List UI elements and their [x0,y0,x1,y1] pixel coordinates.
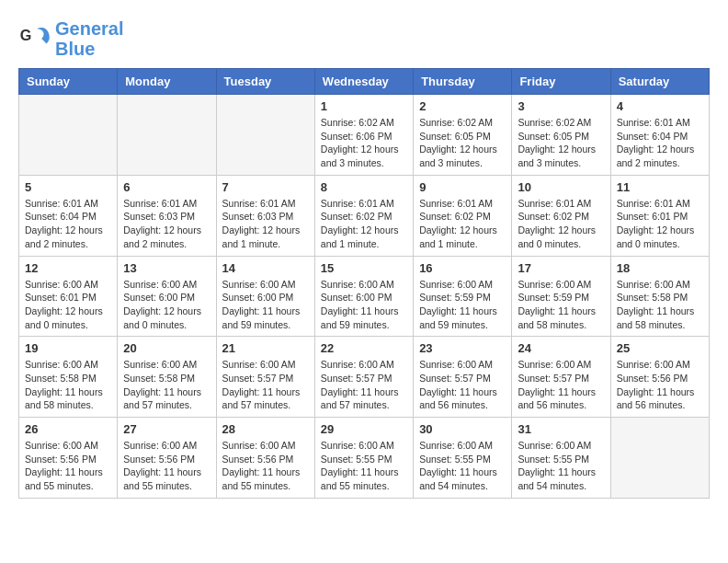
day-info: Sunrise: 6:00 AM Sunset: 5:56 PM Dayligh… [25,439,111,493]
day-number: 9 [419,180,506,194]
svg-text:G: G [20,27,32,43]
day-number: 7 [222,180,309,194]
logo-icon: G [18,22,51,55]
day-info: Sunrise: 6:01 AM Sunset: 6:04 PM Dayligh… [25,197,111,251]
week-row-5: 26Sunrise: 6:00 AM Sunset: 5:56 PM Dayli… [19,418,710,499]
day-number: 31 [518,422,604,436]
day-cell: 4Sunrise: 6:01 AM Sunset: 6:04 PM Daylig… [610,95,709,176]
day-info: Sunrise: 6:02 AM Sunset: 6:05 PM Dayligh… [419,116,506,170]
day-cell: 21Sunrise: 6:00 AM Sunset: 5:57 PM Dayli… [216,337,314,418]
page-header: G GeneralBlue [18,18,710,59]
day-number: 8 [321,180,407,194]
day-info: Sunrise: 6:00 AM Sunset: 5:57 PM Dayligh… [321,358,407,412]
day-number: 1 [321,99,407,113]
day-cell: 23Sunrise: 6:00 AM Sunset: 5:57 PM Dayli… [414,337,512,418]
day-info: Sunrise: 6:02 AM Sunset: 6:05 PM Dayligh… [518,116,604,170]
day-cell: 28Sunrise: 6:00 AM Sunset: 5:56 PM Dayli… [216,418,314,499]
day-number: 27 [123,422,210,436]
week-row-2: 5Sunrise: 6:01 AM Sunset: 6:04 PM Daylig… [19,175,710,256]
day-number: 14 [222,261,309,275]
day-number: 20 [123,341,210,355]
day-cell: 2Sunrise: 6:02 AM Sunset: 6:05 PM Daylig… [414,95,512,176]
day-cell: 12Sunrise: 6:00 AM Sunset: 6:01 PM Dayli… [19,256,118,337]
day-info: Sunrise: 6:00 AM Sunset: 5:58 PM Dayligh… [25,358,111,412]
day-cell: 13Sunrise: 6:00 AM Sunset: 6:00 PM Dayli… [118,256,216,337]
day-cell: 8Sunrise: 6:01 AM Sunset: 6:02 PM Daylig… [314,175,413,256]
col-header-thursday: Thursday [414,69,512,95]
day-cell: 6Sunrise: 6:01 AM Sunset: 6:03 PM Daylig… [118,175,216,256]
day-cell: 25Sunrise: 6:00 AM Sunset: 5:56 PM Dayli… [610,337,709,418]
day-number: 29 [321,422,407,436]
day-number: 4 [617,99,703,113]
day-info: Sunrise: 6:01 AM Sunset: 6:02 PM Dayligh… [321,197,407,251]
day-cell: 15Sunrise: 6:00 AM Sunset: 6:00 PM Dayli… [314,256,413,337]
day-cell [19,95,118,176]
week-row-1: 1Sunrise: 6:02 AM Sunset: 6:06 PM Daylig… [19,95,710,176]
day-number: 18 [617,261,703,275]
day-cell: 1Sunrise: 6:02 AM Sunset: 6:06 PM Daylig… [314,95,413,176]
day-info: Sunrise: 6:01 AM Sunset: 6:03 PM Dayligh… [123,197,210,251]
day-cell: 20Sunrise: 6:00 AM Sunset: 5:58 PM Dayli… [118,337,216,418]
day-cell: 16Sunrise: 6:00 AM Sunset: 5:59 PM Dayli… [414,256,512,337]
day-cell: 29Sunrise: 6:00 AM Sunset: 5:55 PM Dayli… [314,418,413,499]
day-info: Sunrise: 6:00 AM Sunset: 5:57 PM Dayligh… [222,358,309,412]
day-number: 30 [419,422,506,436]
day-number: 5 [25,180,111,194]
day-info: Sunrise: 6:00 AM Sunset: 5:55 PM Dayligh… [419,439,506,493]
day-info: Sunrise: 6:01 AM Sunset: 6:02 PM Dayligh… [518,197,604,251]
day-info: Sunrise: 6:00 AM Sunset: 5:56 PM Dayligh… [617,358,703,412]
day-cell: 7Sunrise: 6:01 AM Sunset: 6:03 PM Daylig… [216,175,314,256]
day-cell: 19Sunrise: 6:00 AM Sunset: 5:58 PM Dayli… [19,337,118,418]
week-row-3: 12Sunrise: 6:00 AM Sunset: 6:01 PM Dayli… [19,256,710,337]
day-cell: 9Sunrise: 6:01 AM Sunset: 6:02 PM Daylig… [414,175,512,256]
day-cell: 30Sunrise: 6:00 AM Sunset: 5:55 PM Dayli… [414,418,512,499]
day-info: Sunrise: 6:01 AM Sunset: 6:02 PM Dayligh… [419,197,506,251]
day-info: Sunrise: 6:00 AM Sunset: 6:00 PM Dayligh… [321,278,407,332]
day-number: 16 [419,261,506,275]
day-info: Sunrise: 6:00 AM Sunset: 5:58 PM Dayligh… [123,358,210,412]
day-info: Sunrise: 6:02 AM Sunset: 6:06 PM Dayligh… [321,116,407,170]
day-number: 25 [617,341,703,355]
col-header-friday: Friday [512,69,610,95]
day-cell: 27Sunrise: 6:00 AM Sunset: 5:56 PM Dayli… [118,418,216,499]
day-number: 24 [518,341,604,355]
week-row-4: 19Sunrise: 6:00 AM Sunset: 5:58 PM Dayli… [19,337,710,418]
day-cell: 31Sunrise: 6:00 AM Sunset: 5:55 PM Dayli… [512,418,610,499]
col-header-sunday: Sunday [19,69,118,95]
day-cell: 3Sunrise: 6:02 AM Sunset: 6:05 PM Daylig… [512,95,610,176]
col-header-tuesday: Tuesday [216,69,314,95]
day-cell [610,418,709,499]
day-cell: 18Sunrise: 6:00 AM Sunset: 5:58 PM Dayli… [610,256,709,337]
day-info: Sunrise: 6:00 AM Sunset: 6:00 PM Dayligh… [222,278,309,332]
day-number: 6 [123,180,210,194]
day-info: Sunrise: 6:01 AM Sunset: 6:03 PM Dayligh… [222,197,309,251]
day-cell: 14Sunrise: 6:00 AM Sunset: 6:00 PM Dayli… [216,256,314,337]
day-info: Sunrise: 6:00 AM Sunset: 5:55 PM Dayligh… [321,439,407,493]
day-number: 12 [25,261,111,275]
day-info: Sunrise: 6:00 AM Sunset: 5:57 PM Dayligh… [518,358,604,412]
day-number: 21 [222,341,309,355]
day-info: Sunrise: 6:00 AM Sunset: 5:55 PM Dayligh… [518,439,604,493]
day-info: Sunrise: 6:00 AM Sunset: 5:57 PM Dayligh… [419,358,506,412]
col-header-saturday: Saturday [610,69,709,95]
day-info: Sunrise: 6:00 AM Sunset: 6:01 PM Dayligh… [25,278,111,332]
day-cell: 10Sunrise: 6:01 AM Sunset: 6:02 PM Dayli… [512,175,610,256]
col-header-monday: Monday [118,69,216,95]
day-number: 3 [518,99,604,113]
day-cell: 17Sunrise: 6:00 AM Sunset: 5:59 PM Dayli… [512,256,610,337]
day-number: 11 [617,180,703,194]
day-info: Sunrise: 6:00 AM Sunset: 5:58 PM Dayligh… [617,278,703,332]
day-number: 22 [321,341,407,355]
day-info: Sunrise: 6:01 AM Sunset: 6:04 PM Dayligh… [617,116,703,170]
day-info: Sunrise: 6:01 AM Sunset: 6:01 PM Dayligh… [617,197,703,251]
day-cell: 24Sunrise: 6:00 AM Sunset: 5:57 PM Dayli… [512,337,610,418]
day-cell: 26Sunrise: 6:00 AM Sunset: 5:56 PM Dayli… [19,418,118,499]
day-cell: 22Sunrise: 6:00 AM Sunset: 5:57 PM Dayli… [314,337,413,418]
calendar-table: SundayMondayTuesdayWednesdayThursdayFrid… [18,68,710,499]
day-number: 23 [419,341,506,355]
day-number: 17 [518,261,604,275]
day-cell: 11Sunrise: 6:01 AM Sunset: 6:01 PM Dayli… [610,175,709,256]
day-number: 2 [419,99,506,113]
logo: G GeneralBlue [18,18,123,59]
logo-text: GeneralBlue [55,18,123,59]
